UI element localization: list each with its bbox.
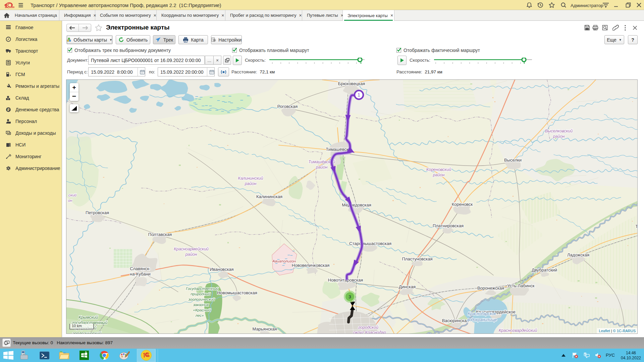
svg-text:Красногвардейский: Красногвардейский — [499, 328, 537, 333]
svg-text:Красноармейский: Красноармейский — [174, 247, 209, 251]
svg-text:Платнировская: Платнировская — [433, 223, 464, 228]
svg-text:Нововеличковская: Нововеличковская — [292, 263, 329, 268]
svg-text:Усть-Лабинск: Усть-Лабинск — [507, 283, 535, 288]
svg-text:Двубратский: Двубратский — [532, 267, 557, 273]
svg-text:заказник: заказник — [193, 303, 209, 307]
svg-text:Калининская: Калининская — [256, 194, 282, 199]
svg-text:Авиаполигон: Авиаполигон — [272, 259, 296, 263]
svg-text:Воронежская: Воронежская — [477, 286, 504, 291]
svg-text:«Красный: «Красный — [193, 308, 211, 312]
svg-text:Калининский: Калининский — [238, 176, 263, 181]
svg-text:Пластуновская: Пластуновская — [402, 256, 432, 261]
svg-text:городской: городской — [358, 325, 378, 330]
svg-text:Краснодарское: Краснодарское — [468, 311, 496, 316]
svg-text:природный: природный — [191, 292, 211, 296]
svg-text:округ Краснодар: округ Краснодар — [353, 330, 386, 334]
svg-text:Старомышастовская: Старомышастовская — [349, 241, 391, 246]
svg-text:Крымский: Крымский — [78, 315, 98, 320]
svg-text:₽: ₽ — [7, 108, 10, 112]
svg-text:зоологический: зоологический — [188, 297, 215, 301]
svg-text:зоологический: зоологический — [72, 331, 101, 334]
svg-text:Роговская: Роговская — [277, 104, 298, 109]
svg-text:Тб: Тб — [637, 237, 638, 242]
svg-text:Кореновский: Кореновский — [426, 167, 451, 172]
svg-text:Медведовская: Медведовская — [342, 202, 371, 207]
svg-text:он: он — [68, 198, 72, 202]
svg-text:Выселковский: Выселковский — [545, 129, 573, 133]
svg-text:1: 1 — [358, 92, 360, 98]
svg-text:Ивановская: Ивановская — [210, 267, 233, 272]
svg-text:Петровская: Петровская — [86, 210, 109, 215]
svg-text:район: район — [433, 173, 445, 177]
svg-text:Кореновск: Кореновск — [452, 202, 473, 207]
svg-text:Ладожская: Ладожская — [567, 252, 589, 257]
svg-text:лес»: лес» — [195, 313, 204, 317]
svg-text:район: район — [245, 181, 257, 186]
svg-text:Тби: Тби — [635, 224, 638, 229]
svg-text:на-Кубани: на-Кубани — [130, 272, 151, 277]
svg-text:район: район — [553, 134, 565, 139]
svg-text:Государственный: Государственный — [186, 287, 219, 291]
svg-text:район: район — [185, 252, 197, 257]
svg-text:район: район — [316, 165, 328, 170]
svg-text:Тимашёвск: Тимашёвск — [326, 147, 348, 152]
svg-text:Васюринская: Васюринская — [442, 318, 469, 323]
svg-text:Новомышастовская: Новомышастовская — [217, 290, 257, 295]
svg-text:Полтавская: Полтавская — [148, 232, 172, 237]
svg-text:ский: ский — [68, 193, 77, 197]
svg-text:водохранилище: водохранилище — [467, 317, 497, 322]
svg-text:Выселки: Выселки — [504, 158, 522, 163]
svg-text:Марьянская: Марьянская — [252, 326, 277, 331]
svg-text:Брюховецкая: Брюховецкая — [338, 81, 365, 86]
svg-text:3: 3 — [348, 294, 351, 299]
svg-text:Динская: Динская — [399, 284, 416, 289]
svg-text:Славянск-: Славянск- — [130, 266, 151, 271]
